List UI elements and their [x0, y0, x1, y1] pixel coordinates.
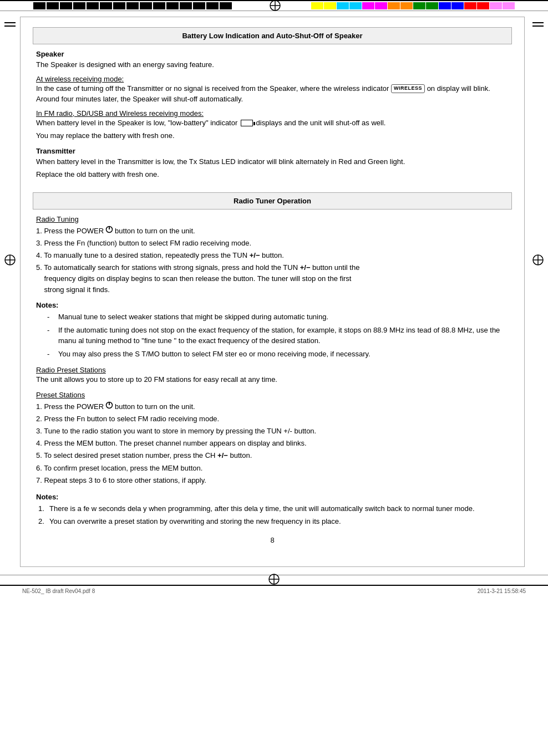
preset-stations-section: Preset Stations	[36, 391, 509, 399]
transmitter-para2: Replace the old battery with fresh one.	[36, 169, 509, 180]
transmitter-para1: When battery level in the Transmitter is…	[36, 156, 509, 167]
color-block-cyan	[337, 2, 349, 9]
registration-mark-right	[532, 254, 544, 268]
color-block-pink	[490, 2, 502, 9]
left-margin-mark	[4, 25, 16, 27]
wireless-badge: WIRELESS	[391, 84, 425, 93]
color-block-blue	[451, 2, 464, 9]
battery-icon	[241, 120, 253, 126]
black-block	[73, 2, 85, 9]
preset-step6: 6. To confirm preset location, press the…	[36, 463, 509, 474]
black-block	[33, 2, 45, 9]
black-block	[60, 2, 72, 9]
color-block-cyan	[349, 2, 362, 9]
black-block	[113, 2, 125, 9]
black-block	[193, 2, 205, 9]
black-block	[87, 2, 99, 9]
fm-mode-para1: When battery level in the Speaker is low…	[36, 118, 509, 129]
fm-mode-para3: You may replace the battery with fresh o…	[36, 130, 509, 141]
color-block-green	[413, 2, 425, 9]
power-icon-2	[105, 401, 113, 412]
black-block	[206, 2, 219, 9]
radio-preset-para: The unit allows you to store up to 20 FM…	[36, 374, 509, 385]
notes-heading-2: Notes:	[36, 493, 509, 501]
footer: NE-502_ IB draft Rev04.pdf 8 2011-3-21 1…	[0, 586, 548, 596]
step4: 4. To manually tune to a desired station…	[36, 250, 509, 261]
black-block	[100, 2, 112, 9]
right-margin-mark	[532, 25, 544, 27]
color-block-yellow	[311, 2, 323, 9]
transmitter-heading: Transmitter	[36, 147, 509, 155]
color-block-red	[477, 2, 489, 9]
color-block-pink	[503, 2, 515, 9]
black-block	[47, 2, 59, 9]
radio-tuning-steps: 1. Press the POWER button to turn on the…	[36, 226, 509, 296]
footer-left: NE-502_ IB draft Rev04.pdf 8	[22, 588, 95, 594]
section1-title: Battery Low Indication and Auto-Shut-Off…	[182, 32, 362, 40]
page-number: 8	[33, 536, 512, 544]
radio-preset-section: Radio Preset Stations	[36, 366, 509, 374]
registration-mark-bottom-center	[268, 573, 280, 585]
color-block-blue	[439, 2, 451, 9]
preset-step7: 7. Repeat steps 3 to 6 to store other st…	[36, 475, 509, 486]
section2-title: Radio Tuner Operation	[234, 197, 311, 205]
speaker-para1: The Speaker is designed with an energy s…	[36, 59, 509, 70]
color-block-magenta	[375, 2, 387, 9]
black-block	[153, 2, 165, 9]
note2-item2: 2. You can overwrite a preset station by…	[36, 516, 509, 527]
black-block	[140, 2, 152, 9]
registration-mark-top-center	[269, 0, 281, 12]
note2-item1: 1. There is a fe w seconds dela y when p…	[36, 503, 509, 514]
preset-steps: 1. Press the POWER button to turn on the…	[36, 401, 509, 486]
power-icon-1	[105, 226, 113, 237]
preset-step4: 4. Press the MEM button. The preset chan…	[36, 438, 509, 449]
section1-content: Speaker The Speaker is designed with an …	[33, 50, 512, 180]
note-item-3: - You may also press the S T/MO button t…	[36, 349, 509, 360]
step3: 3. Press the Fn (function) button to sel…	[36, 238, 509, 249]
black-block	[220, 2, 232, 9]
notes-section1: Notes: - Manual tune to select weaker st…	[36, 301, 509, 359]
section2-box: Radio Tuner Operation	[33, 192, 512, 210]
note-item-2: - If the automatic tuning does not stop …	[36, 325, 509, 346]
color-block-yellow	[324, 2, 336, 9]
right-margin-mark	[532, 22, 544, 23]
notes-section2: Notes: 1. There is a fe w seconds dela y…	[36, 493, 509, 527]
black-block	[180, 2, 192, 9]
preset-stations-heading: Preset Stations	[36, 391, 85, 399]
notes-heading-1: Notes:	[36, 301, 509, 309]
registration-mark-left	[4, 254, 16, 268]
footer-right: 2011-3-21 15:58:45	[478, 588, 526, 594]
fm-mode-title: In FM radio, SD/USB and Wireless receivi…	[36, 109, 204, 118]
speaker-heading: Speaker	[36, 50, 509, 58]
left-margin-mark	[4, 22, 16, 23]
step1: 1. Press the POWER button to turn on the…	[36, 226, 509, 237]
step5: 5. To automatically search for stations …	[36, 262, 509, 295]
color-block-green	[426, 2, 438, 9]
radio-tuning-heading: Radio Tuning	[36, 215, 79, 223]
color-block-red	[464, 2, 476, 9]
radio-preset-heading: Radio Preset Stations	[36, 366, 106, 374]
preset-step5: 5. To select desired preset station numb…	[36, 450, 509, 461]
wireless-mode-title: At wireless receiving mode:	[36, 75, 124, 83]
section2-content: Radio Tuning 1. Press the POWER button t…	[33, 215, 512, 527]
black-block	[126, 2, 139, 9]
note-item-1: - Manual tune to select weaker stations …	[36, 311, 509, 323]
color-block-orange	[388, 2, 400, 9]
color-block-magenta	[362, 2, 374, 9]
color-block-orange	[400, 2, 413, 9]
preset-step2: 2. Press the Fn button to select FM radi…	[36, 413, 509, 425]
section1-box: Battery Low Indication and Auto-Shut-Off…	[33, 27, 512, 44]
preset-step3: 3. Tune to the radio station you want to…	[36, 426, 509, 437]
wireless-mode-para: In the case of turning off the Transmitt…	[36, 83, 509, 105]
preset-step1: 1. Press the POWER button to turn on the…	[36, 401, 509, 412]
black-block	[166, 2, 179, 9]
